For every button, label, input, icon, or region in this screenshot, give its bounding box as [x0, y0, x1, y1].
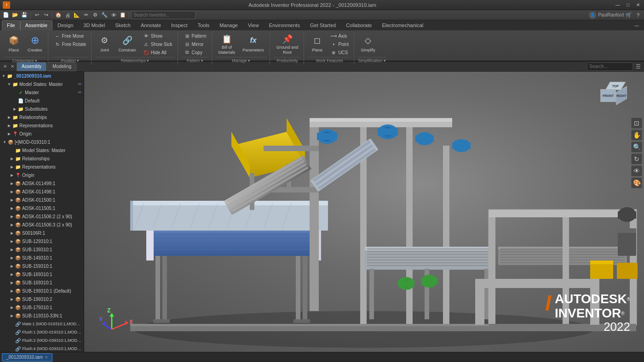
tab-file[interactable]: File: [2, 20, 20, 30]
tree-item-sub-119310-33n[interactable]: ▶ 📦 SUB-119310-33N:1: [0, 311, 84, 320]
panel-menu-button[interactable]: ☰: [634, 62, 642, 71]
qa-sketch-button[interactable]: ✏: [82, 11, 90, 19]
tree-item-mate1[interactable]: 🔗 Mate:1 (MOD-019310:1,MOD-039310:1: [0, 320, 84, 328]
copy-button[interactable]: ⧉ Copy: [182, 49, 209, 56]
panel-tab-assembly[interactable]: Assembly: [17, 62, 46, 71]
tree-root[interactable]: ▼ 📁 _0012009310.iam: [0, 72, 84, 80]
mirror-button[interactable]: ⊟ Mirror: [182, 40, 209, 48]
parameters-button[interactable]: fx Parameters: [240, 32, 267, 56]
tab-tools[interactable]: Tools: [193, 20, 215, 30]
tree-item-substitutes[interactable]: ▶ 📁 Substitutes: [0, 105, 84, 113]
tree-item-flush4[interactable]: 🔗 Flush:4 (MOD-029310:1,MOD-019310:1: [0, 345, 84, 352]
panel-close-1[interactable]: ✕: [2, 63, 8, 70]
tree-item-s00106r[interactable]: ▶ 📦 S00106R:1: [0, 229, 84, 237]
place-button[interactable]: 📦 Place: [5, 32, 23, 56]
tree-item-relationships[interactable]: ▶ 📁 Relationships: [0, 113, 84, 121]
simplify-button[interactable]: ◇ Simplify: [358, 32, 378, 56]
tree-item-master[interactable]: ✓ Master ✏: [0, 88, 84, 96]
qa-home-button[interactable]: 🏠: [54, 11, 63, 19]
plane-button[interactable]: ◻ Plane: [308, 32, 326, 56]
tree-item-origin[interactable]: ▶ 📍 Origin: [0, 130, 84, 138]
cart-button[interactable]: 🛒: [625, 11, 633, 19]
tab-electromechanical[interactable]: Electromechanical: [377, 20, 428, 30]
tab-annotate[interactable]: Annotate: [136, 20, 166, 30]
tree-item-sub-169310[interactable]: ▶ 📦 SUB-169310:1: [0, 270, 84, 278]
tree-item-adsk-011505[interactable]: ▶ 📦 ADSK-011505:1: [0, 204, 84, 212]
tree-item-model-states[interactable]: ▼ 📁 Model States: Master ✏: [0, 80, 84, 88]
tree-item-adsk-011506-2[interactable]: ▶ 📦 ADSK-011506:2 (2 x 90): [0, 212, 84, 221]
tree-item-sub-139310[interactable]: ▶ 📦 SUB-139310:1: [0, 245, 84, 254]
panel-close-2[interactable]: ✕: [9, 63, 16, 70]
ucs-button[interactable]: ⊕ UCS: [328, 49, 351, 56]
tab-manage[interactable]: Manage: [214, 20, 243, 30]
tab-get-started[interactable]: Get Started: [305, 20, 341, 30]
tab-view[interactable]: View: [243, 20, 264, 30]
point-button[interactable]: • Point: [328, 40, 351, 48]
tab-extra[interactable]: —: [629, 20, 644, 30]
qa-print-button[interactable]: 🖨: [63, 11, 72, 19]
tab-collaborate[interactable]: Collaborate: [341, 20, 377, 30]
hide-all-button[interactable]: 🚫 Hide All: [141, 49, 175, 56]
tree-item-sub-159310[interactable]: ▶ 📦 SUB-159310:1: [0, 262, 84, 270]
pattern-button[interactable]: ⊞ Pattern: [182, 32, 209, 40]
qa-measure-button[interactable]: 📐: [73, 11, 81, 19]
tab-sketch[interactable]: Sketch: [110, 20, 136, 30]
tree-item-adsk-011500[interactable]: ▶ 📦 ADSK-011500:1: [0, 196, 84, 204]
qa-redo-button[interactable]: ↪: [42, 11, 50, 19]
tree-item-sub-149310[interactable]: ▶ 📦 SUB-149310:1: [0, 254, 84, 262]
tree-item-sub-179310[interactable]: ▶ 📦 SUB-179310:1: [0, 303, 84, 311]
appearance-button[interactable]: 🎨: [631, 177, 642, 188]
doc-tab-close-icon[interactable]: ✕: [45, 355, 48, 360]
qa-view-button[interactable]: 👁: [109, 11, 118, 19]
qa-assemble-button[interactable]: 🔧: [100, 11, 109, 19]
constrain-button[interactable]: 🔗 Constrain: [115, 32, 139, 56]
tree-item-sub-129310[interactable]: ▶ 📦 SUB-129310:1: [0, 237, 84, 245]
orbit-button[interactable]: ↻: [631, 153, 642, 164]
ground-root-button[interactable]: 📌 Ground andRoot: [274, 32, 301, 56]
axis-button[interactable]: ⟶ Axis: [328, 32, 351, 40]
tab-3d-model[interactable]: 3D Model: [78, 20, 110, 30]
panel-tab-modeling[interactable]: Modeling: [47, 62, 76, 71]
tree-item-sub-199310-2[interactable]: ▶ 📦 SUB-199310:2: [0, 295, 84, 303]
tab-assemble[interactable]: Assemble: [20, 20, 52, 30]
tree-item-flush2[interactable]: 🔗 Flush:2 (MOD-039310:1,MOD-019310:1: [0, 336, 84, 345]
tree-item-sub-199310-default[interactable]: ▶ 📦 SUB-199310:1 (Default): [0, 287, 84, 295]
free-rotate-button[interactable]: ↻ Free Rotate: [52, 40, 89, 48]
qa-save-button[interactable]: 💾: [20, 11, 29, 19]
tab-design[interactable]: Design: [52, 20, 78, 30]
qa-undo-button[interactable]: ↩: [33, 11, 41, 19]
tree-item-mod-origin[interactable]: ▶ 📍 Origin: [0, 171, 84, 179]
panel-search-input[interactable]: [587, 62, 633, 71]
tree-item-adsk-011506-3[interactable]: ▶ 📦 ADSK-011506:3 (2 x 90): [0, 221, 84, 229]
help-button[interactable]: ?: [634, 11, 642, 19]
navcube-front-face[interactable]: FRONT: [600, 89, 616, 102]
qa-part-button[interactable]: ⚙: [91, 11, 99, 19]
tree-item-mod-model-states[interactable]: 📁 Model States: Master: [0, 146, 84, 154]
tree-item-mod-relationships[interactable]: ▶ 📁 Relationships: [0, 154, 84, 163]
qa-open-button[interactable]: 📂: [11, 11, 19, 19]
tree-item-default[interactable]: 📄 Default: [0, 96, 84, 105]
look-at-button[interactable]: 👁: [631, 165, 642, 176]
3d-viewport[interactable]: X Z Y TOP FRONT RIGHT: [84, 72, 644, 352]
qa-new-button[interactable]: 📄: [2, 11, 10, 19]
tree-item-mod-019310[interactable]: ▼ 📦 [•]MOD-019310:1: [0, 138, 84, 146]
creates-button[interactable]: ⊕ Creates: [25, 32, 45, 56]
minimize-button[interactable]: —: [615, 2, 621, 8]
tree-item-adsk-011498[interactable]: ▶ 📦 ADSK-011498:1: [0, 187, 84, 196]
tree-item-sub-169310-2[interactable]: ▶ 📦 SUB-169310:1: [0, 278, 84, 287]
zoom-button[interactable]: 🔍: [631, 141, 642, 153]
bom-button[interactable]: 📋 Bill ofMaterials: [216, 32, 238, 56]
tab-environments[interactable]: Environments: [264, 20, 305, 30]
tree-item-mod-representations[interactable]: ▶ 📁 Representations: [0, 163, 84, 171]
show-button[interactable]: 👁 Show: [141, 32, 175, 40]
tree-item-adsk-011499[interactable]: ▶ 📦 ADSK-011499:1: [0, 179, 84, 187]
doc-tab-main[interactable]: Ready _0012009310.iam ✕: [2, 353, 52, 362]
search-input[interactable]: [131, 11, 196, 19]
tree-item-flush1[interactable]: 🔗 Flush:1 (MOD-019310:1,MOD-039310:1: [0, 328, 84, 336]
tree-item-representations[interactable]: ▶ 📁 Representations: [0, 121, 84, 130]
pan-button[interactable]: ✋: [631, 130, 642, 141]
joint-button[interactable]: ⚙ Joint: [95, 32, 114, 56]
navigation-cube[interactable]: TOP FRONT RIGHT: [598, 77, 635, 114]
qa-properties-button[interactable]: 📋: [119, 11, 127, 19]
tab-inspect[interactable]: Inspect: [166, 20, 192, 30]
